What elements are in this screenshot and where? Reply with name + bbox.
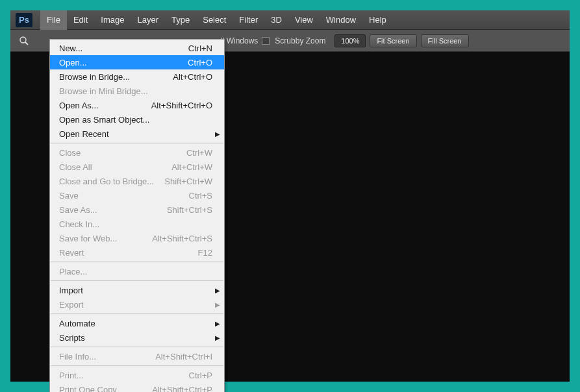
menu-item-shortcut: Ctrl+W: [186, 148, 212, 158]
menu-select[interactable]: Select: [196, 10, 233, 30]
menu-item-automate[interactable]: Automate▶: [50, 316, 224, 330]
menu-bar: Ps FileEditImageLayerTypeSelectFilter3DV…: [10, 10, 570, 30]
submenu-arrow-icon: ▶: [215, 301, 220, 308]
menu-item-label: Open Recent: [59, 129, 212, 139]
menu-item-label: Save As...: [59, 205, 167, 215]
menu-item-shortcut: Ctrl+O: [188, 58, 212, 67]
menu-item-revert: RevertF12: [50, 245, 224, 260]
menu-item-shortcut: Alt+Shift+Ctrl+P: [152, 385, 212, 393]
menu-item-label: Print...: [59, 371, 189, 380]
menu-item-label: New...: [59, 43, 188, 53]
menu-item-label: Open...: [59, 58, 188, 67]
menu-item-label: Open as Smart Object...: [59, 115, 212, 125]
menu-item-open-recent[interactable]: Open Recent▶: [50, 127, 224, 141]
menu-item-label: Import: [59, 286, 212, 295]
menu-item-label: Print One Copy: [59, 385, 152, 393]
menu-item-browse-in-mini-bridge: Browse in Mini Bridge...: [50, 84, 224, 98]
menu-item-open[interactable]: Open...Ctrl+O: [50, 55, 224, 69]
menu-3d[interactable]: 3D: [264, 10, 288, 30]
menu-item-shortcut: Alt+Ctrl+O: [173, 72, 212, 82]
menu-item-label: Save for Web...: [59, 234, 152, 243]
menu-item-label: Scripts: [59, 333, 212, 343]
menu-item-check-in: Check In...: [50, 217, 224, 231]
menu-separator: [51, 365, 223, 366]
svg-point-0: [20, 37, 26, 43]
menu-item-new[interactable]: New...Ctrl+N: [50, 41, 224, 55]
menu-window[interactable]: Window: [320, 10, 362, 30]
menu-help[interactable]: Help: [362, 10, 393, 30]
fit-screen-button[interactable]: Fit Screen: [370, 34, 416, 47]
menu-item-print-one-copy: Print One CopyAlt+Shift+Ctrl+P: [50, 382, 224, 392]
menu-item-label: Check In...: [59, 219, 212, 229]
file-menu-dropdown: New...Ctrl+NOpen...Ctrl+OBrowse in Bridg…: [49, 39, 225, 392]
menu-item-label: File Info...: [59, 352, 155, 361]
menu-filter[interactable]: Filter: [233, 10, 264, 30]
menu-item-shortcut: Alt+Shift+Ctrl+I: [155, 352, 212, 361]
svg-line-1: [25, 42, 28, 45]
menu-item-shortcut: Alt+Ctrl+W: [171, 162, 212, 172]
scrubby-zoom-checkbox[interactable]: [262, 37, 270, 45]
menu-item-export: Export▶: [50, 297, 224, 312]
menu-item-shortcut: F12: [198, 248, 212, 258]
menu-file[interactable]: File: [40, 10, 67, 30]
menu-item-close-and-go-to-bridge: Close and Go to Bridge...Shift+Ctrl+W: [50, 174, 224, 188]
menu-item-label: Close: [59, 148, 186, 158]
menu-item-shortcut: Ctrl+N: [188, 43, 212, 53]
menu-item-open-as-smart-object[interactable]: Open as Smart Object...: [50, 112, 224, 127]
menu-item-shortcut: Ctrl+S: [189, 191, 212, 201]
menu-item-import[interactable]: Import▶: [50, 283, 224, 297]
menu-item-shortcut: Alt+Shift+Ctrl+O: [151, 101, 212, 110]
menu-item-file-info: File Info...Alt+Shift+Ctrl+I: [50, 349, 224, 363]
menu-item-shortcut: Shift+Ctrl+S: [167, 205, 212, 215]
scrubby-zoom-label: Scrubby Zoom: [275, 36, 325, 45]
menu-separator: [51, 313, 223, 314]
fill-screen-button[interactable]: Fill Screen: [421, 34, 469, 47]
menu-item-label: Close and Go to Bridge...: [59, 177, 164, 186]
menu-item-shortcut: Ctrl+P: [189, 371, 212, 380]
menu-view[interactable]: View: [288, 10, 320, 30]
menu-item-label: Automate: [59, 319, 212, 328]
menu-item-save-as: Save As...Shift+Ctrl+S: [50, 202, 224, 217]
menu-item-label: Browse in Bridge...: [59, 72, 173, 82]
menu-layer[interactable]: Layer: [131, 10, 166, 30]
menu-item-label: Browse in Mini Bridge...: [59, 86, 212, 96]
menu-separator: [51, 347, 223, 347]
submenu-arrow-icon: ▶: [215, 320, 220, 327]
menu-item-browse-in-bridge[interactable]: Browse in Bridge...Alt+Ctrl+O: [50, 69, 224, 84]
menu-item-place: Place...: [50, 264, 224, 278]
app-window: Ps FileEditImageLayerTypeSelectFilter3DV…: [10, 10, 570, 382]
menu-item-label: Revert: [59, 248, 198, 258]
menu-item-label: Close All: [59, 162, 171, 172]
menu-separator: [51, 143, 223, 143]
zoom-value-field[interactable]: 100%: [334, 34, 366, 47]
menu-item-save: SaveCtrl+S: [50, 188, 224, 202]
menu-item-save-for-web: Save for Web...Alt+Shift+Ctrl+S: [50, 231, 224, 245]
menu-separator: [51, 262, 223, 262]
menu-item-label: Open As...: [59, 101, 151, 110]
menu-image[interactable]: Image: [94, 10, 131, 30]
menu-edit[interactable]: Edit: [67, 10, 94, 30]
menu-item-label: Place...: [59, 267, 212, 276]
submenu-arrow-icon: ▶: [215, 287, 220, 294]
menu-item-shortcut: Alt+Shift+Ctrl+S: [152, 234, 212, 243]
menu-item-scripts[interactable]: Scripts▶: [50, 330, 224, 345]
submenu-arrow-icon: ▶: [215, 334, 220, 341]
zoom-tool-icon[interactable]: [16, 34, 32, 48]
menu-item-shortcut: Shift+Ctrl+W: [164, 177, 212, 186]
menu-separator: [51, 280, 223, 281]
menu-item-label: Export: [59, 300, 212, 310]
menu-item-open-as[interactable]: Open As...Alt+Shift+Ctrl+O: [50, 98, 224, 112]
fit-all-windows-label: ll Windows: [221, 36, 258, 45]
menu-item-label: Save: [59, 191, 189, 201]
menu-item-close-all: Close AllAlt+Ctrl+W: [50, 160, 224, 174]
menu-item-close: CloseCtrl+W: [50, 145, 224, 160]
menu-type[interactable]: Type: [165, 10, 196, 30]
submenu-arrow-icon: ▶: [215, 130, 220, 138]
app-logo: Ps: [16, 13, 32, 27]
menu-item-print: Print...Ctrl+P: [50, 368, 224, 382]
